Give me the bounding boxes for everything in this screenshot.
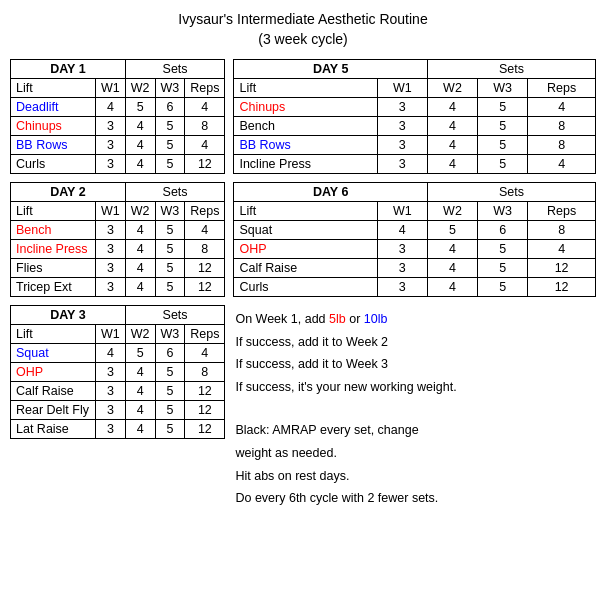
table-row: Chinups 3 4 5 8 [11,117,225,136]
main-layout: DAY 1 Sets Lift W1 W2 W3 Reps Deadlift 4… [10,59,596,511]
day1-table: DAY 1 Sets Lift W1 W2 W3 Reps Deadlift 4… [10,59,225,174]
table-row: Flies 34512 [11,259,225,278]
table-row: BB Rows 3458 [234,136,596,155]
table-row: Rear Delt Fly 34512 [11,401,225,420]
w2-val: 4 [125,155,155,174]
note-10lb: 10lb [364,312,388,326]
day1-sets-label: Sets [125,60,225,79]
day2-table: DAY 2 Sets Lift W1 W2 W3 Reps Bench 3454… [10,182,225,297]
lift-name: BB Rows [234,136,377,155]
note-line3: If success, add it to Week 3 [235,354,596,375]
w2-val: 5 [125,98,155,117]
w2-val: 4 [125,117,155,136]
day2-header: DAY 2 [11,183,126,202]
table-row: Deadlift 4 5 6 4 [11,98,225,117]
table-row: Curls 3 4 5 12 [11,155,225,174]
notes-section: On Week 1, add 5lb or 10lb If success, a… [233,309,596,511]
lift-name: Lat Raise [11,420,96,439]
lift-name: OHP [11,363,96,382]
note-amrap: Black: AMRAP every set, change [235,420,596,441]
table-row: Incline Press 3458 [11,240,225,259]
table-row: OHP 3458 [11,363,225,382]
note-line2: If success, add it to Week 2 [235,332,596,353]
day2-col-lift: Lift [11,202,96,221]
lift-name: Calf Raise [11,382,96,401]
table-row: Squat 4564 [11,344,225,363]
note-line4: If success, it's your new working weight… [235,377,596,398]
day1-header: DAY 1 [11,60,126,79]
page-title: Ivysaur's Intermediate Aesthetic Routine… [10,10,596,49]
lift-name: Rear Delt Fly [11,401,96,420]
day1-col-w1: W1 [96,79,126,98]
day3-header: DAY 3 [11,306,126,325]
table-row: OHP 3454 [234,240,596,259]
w1-val: 3 [96,155,126,174]
day1-col-lift: Lift [11,79,96,98]
reps-val: 4 [185,98,225,117]
left-column: DAY 1 Sets Lift W1 W2 W3 Reps Deadlift 4… [10,59,225,511]
table-row: Tricep Ext 34512 [11,278,225,297]
day1-col-w2: W2 [125,79,155,98]
lift-name: Bench [11,221,96,240]
title-line2: (3 week cycle) [258,31,347,47]
day3-table: DAY 3 Sets Lift W1 W2 W3 Reps Squat 4564… [10,305,225,439]
day2-sets-label: Sets [125,183,225,202]
lift-name: Curls [11,155,96,174]
w3-val: 5 [155,117,185,136]
table-row: Bench 3458 [234,117,596,136]
w3-val: 5 [155,136,185,155]
day5-sets-label: Sets [427,60,595,79]
lift-name: OHP [234,240,377,259]
w1-val: 4 [96,98,126,117]
table-row: BB Rows 3 4 5 4 [11,136,225,155]
day3-sets-label: Sets [125,306,225,325]
table-row: Chinups 3454 [234,98,596,117]
note-amrap2: weight as needed. [235,443,596,464]
table-row: Calf Raise 34512 [234,259,596,278]
lift-name: Squat [11,344,96,363]
day6-sets-label: Sets [427,183,595,202]
right-column: DAY 5 Sets Lift W1 W2 W3 Reps Chinups 34… [233,59,596,511]
day1-col-w3: W3 [155,79,185,98]
note-line1: On Week 1, add 5lb or 10lb [235,309,596,330]
note-5lb: 5lb [329,312,346,326]
w1-val: 3 [96,117,126,136]
note-abs: Hit abs on rest days. [235,466,596,487]
lift-name: Flies [11,259,96,278]
day1-col-reps: Reps [185,79,225,98]
lift-name: Chinups [234,98,377,117]
w2-val: 4 [125,136,155,155]
reps-val: 8 [185,117,225,136]
table-row: Calf Raise 34512 [11,382,225,401]
lift-name: Incline Press [234,155,377,174]
table-row: Incline Press 3454 [234,155,596,174]
lift-name: Tricep Ext [11,278,96,297]
day6-header: DAY 6 [234,183,427,202]
lift-name: Deadlift [11,98,96,117]
w3-val: 6 [155,98,185,117]
lift-name: Bench [234,117,377,136]
lift-name: Squat [234,221,377,240]
lift-name: Curls [234,278,377,297]
table-row: Curls 34512 [234,278,596,297]
table-row: Bench 3454 [11,221,225,240]
day6-table: DAY 6 Sets Lift W1 W2 W3 Reps Squat 4568… [233,182,596,297]
table-row: Lat Raise 34512 [11,420,225,439]
lift-name: Chinups [11,117,96,136]
note-6th: Do every 6th cycle with 2 fewer sets. [235,488,596,509]
table-row: Squat 4568 [234,221,596,240]
reps-val: 4 [185,136,225,155]
w1-val: 3 [96,136,126,155]
title-line1: Ivysaur's Intermediate Aesthetic Routine [178,11,427,27]
reps-val: 12 [185,155,225,174]
lift-name: BB Rows [11,136,96,155]
day5-table: DAY 5 Sets Lift W1 W2 W3 Reps Chinups 34… [233,59,596,174]
w3-val: 5 [155,155,185,174]
day5-header: DAY 5 [234,60,427,79]
lift-name: Incline Press [11,240,96,259]
lift-name: Calf Raise [234,259,377,278]
